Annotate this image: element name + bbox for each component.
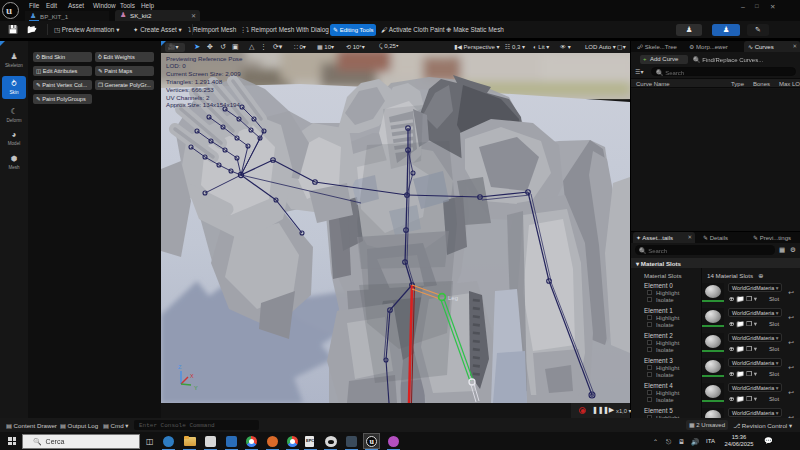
svg-text:Approx Size: 134x154x194: Approx Size: 134x154x194 [166,101,241,108]
svg-text:Vertices: 666.253: Vertices: 666.253 [166,86,214,93]
svg-text:Triangles: 1.291.408: Triangles: 1.291.408 [166,78,223,85]
svg-text:LOD: 0: LOD: 0 [166,62,186,69]
svg-text:UV Channels: 2: UV Channels: 2 [166,94,210,101]
svg-text:Current Screen Size: 2,009: Current Screen Size: 2,009 [166,70,241,77]
svg-text:Leg: Leg [448,295,458,301]
svg-text:Y: Y [194,385,198,391]
svg-text:X: X [190,373,194,379]
svg-text:Previewing Reference Pose: Previewing Reference Pose [166,55,243,62]
